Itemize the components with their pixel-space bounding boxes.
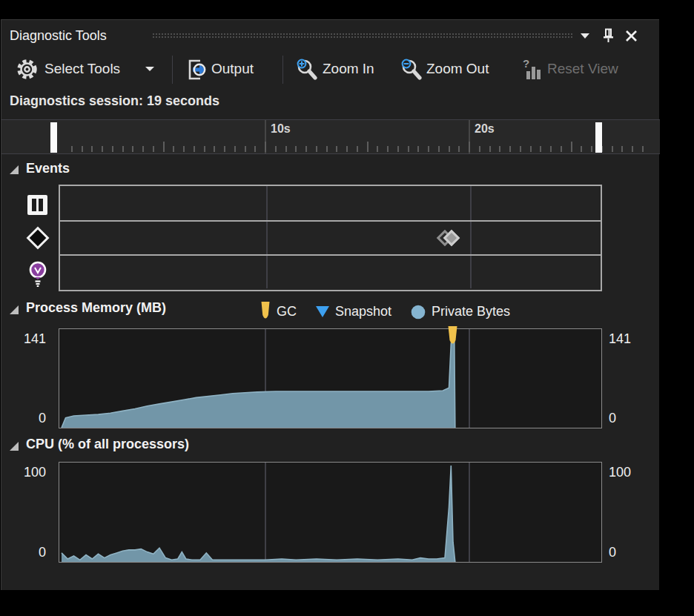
ruler-tick (469, 142, 470, 152)
memory-section-title[interactable]: Process Memory (MB) (26, 300, 166, 316)
private-bytes-marker-icon (411, 305, 426, 319)
session-label: Diagnostics session: 19 seconds (10, 93, 219, 109)
cpu-expander-icon[interactable] (10, 442, 19, 451)
selection-handle[interactable] (595, 122, 602, 153)
ruler-tick (163, 142, 165, 152)
memory-ymin-left: 0 (12, 411, 46, 426)
ruler-tick (621, 146, 623, 152)
ruler-tick (458, 146, 460, 152)
memory-chart-canvas[interactable] (59, 329, 601, 428)
memory-expander-icon[interactable] (10, 305, 19, 314)
events-row-breakpoint[interactable] (60, 220, 601, 254)
close-icon[interactable] (625, 30, 638, 42)
ruler-tick (367, 142, 369, 152)
memory-chart[interactable] (59, 328, 602, 428)
ruler-tick (357, 146, 358, 152)
ruler-tick (550, 146, 552, 152)
events-gridline (470, 256, 472, 288)
ruler-tick (571, 142, 572, 152)
svg-text:?: ? (523, 58, 529, 70)
ruler-tick (509, 146, 511, 152)
events-expander-icon[interactable] (10, 165, 19, 174)
ruler-tick (254, 146, 256, 152)
ruler-tick (82, 146, 83, 152)
ruler-tick (561, 146, 562, 152)
ruler-tick (224, 146, 225, 152)
ruler-tick (142, 146, 144, 152)
ruler-tick (489, 146, 491, 152)
toolbar-separator (282, 56, 283, 84)
ruler-tick (581, 146, 582, 152)
stacked-diamonds-icon[interactable] (437, 229, 464, 248)
pause-frame-icon (27, 195, 47, 215)
zoom-in-icon[interactable] (295, 58, 319, 82)
select-tools-caret-icon[interactable] (145, 67, 154, 71)
diagnostic-tools-panel: Diagnostic Tools Select (1, 19, 659, 590)
timeline-ruler[interactable]: 10s20s (1, 119, 660, 154)
ruler-tick (153, 146, 154, 152)
zoom-out-icon[interactable] (400, 58, 423, 82)
zoom-in-button[interactable]: Zoom In (323, 61, 374, 77)
ruler-tick (265, 142, 266, 152)
ruler-tick (642, 146, 644, 152)
ruler-tick (194, 146, 195, 152)
ruler-tick (316, 146, 317, 152)
ruler-tick (438, 146, 440, 152)
ruler-tick (377, 146, 378, 152)
events-gridline (266, 256, 268, 288)
ruler-label: 10s (271, 122, 291, 136)
legend-gc-label: GC (277, 304, 297, 319)
events-track-grid[interactable] (59, 185, 602, 291)
events-row-break[interactable] (60, 186, 601, 220)
ruler-tick (540, 146, 541, 152)
reset-view-button: Reset View (547, 61, 618, 77)
ruler-tick (612, 146, 613, 152)
ruler-tick (499, 146, 500, 152)
ruler-tick (591, 146, 592, 152)
cpu-section-title[interactable]: CPU (% of all processors) (26, 437, 189, 452)
selection-handle[interactable] (50, 122, 57, 153)
title-bar[interactable]: Diagnostic Tools (1, 20, 659, 51)
legend-private-bytes-label: Private Bytes (432, 304, 510, 319)
toolbar: Select Tools Output Zoom In (1, 51, 659, 88)
drag-grip[interactable] (152, 33, 573, 39)
ruler-tick (449, 146, 450, 152)
ruler-tick (387, 146, 389, 152)
ruler-tick (285, 146, 287, 152)
ruler-tick (428, 146, 429, 152)
snapshot-marker-icon (316, 306, 329, 318)
gear-icon[interactable] (16, 59, 38, 80)
ruler-tick (204, 146, 205, 152)
ruler-tick (346, 146, 348, 152)
events-gridline (266, 222, 268, 254)
events-section-title[interactable]: Events (26, 161, 70, 176)
ruler-tick (91, 146, 93, 152)
window-menu-chevron-icon[interactable] (581, 33, 589, 39)
ruler-tick (183, 146, 185, 152)
memory-ymax-right: 141 (609, 331, 643, 347)
output-icon[interactable] (185, 58, 208, 82)
ruler-tick (632, 146, 633, 152)
ruler-tick (71, 146, 73, 152)
pin-icon[interactable] (602, 28, 615, 43)
breakpoint-diamond-icon (26, 226, 49, 249)
ruler-label: 20s (475, 122, 495, 136)
events-gridline (470, 186, 472, 220)
ruler-tick (417, 146, 419, 152)
output-button[interactable]: Output (211, 61, 254, 77)
cpu-chart-canvas[interactable] (59, 463, 601, 562)
ruler-tick (408, 146, 409, 152)
events-row-intellitrace[interactable] (60, 254, 601, 288)
select-tools-button[interactable]: Select Tools (44, 61, 120, 77)
zoom-out-button[interactable]: Zoom Out (426, 61, 489, 77)
cpu-ymax-left: 100 (12, 465, 46, 480)
cpu-chart[interactable] (59, 462, 602, 563)
ruler-tick (326, 146, 328, 152)
ruler-tick (102, 146, 103, 152)
reset-view-icon: ? (520, 58, 544, 82)
ruler-tick (173, 146, 174, 152)
panel-title: Diagnostic Tools (10, 28, 107, 44)
ruler-tick (234, 146, 236, 152)
gc-marker-icon[interactable] (447, 326, 458, 347)
ruler-tick (122, 146, 124, 152)
